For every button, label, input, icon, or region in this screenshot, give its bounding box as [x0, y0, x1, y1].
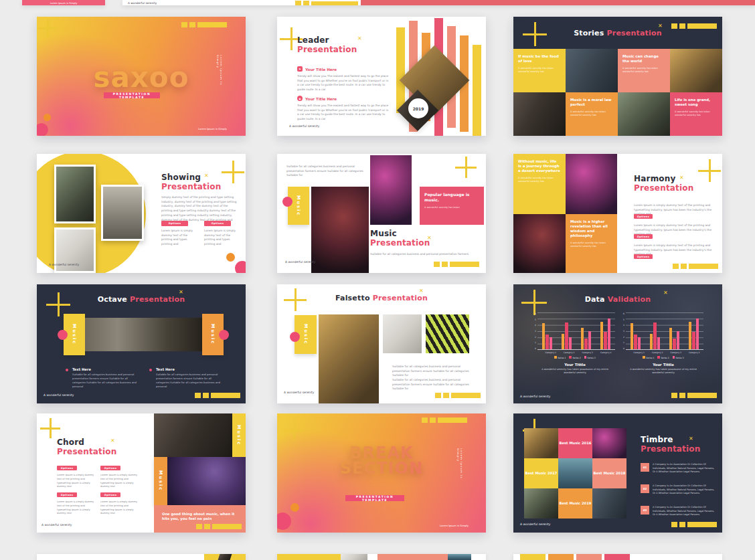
bullet-dot	[66, 369, 68, 371]
slide-music-thumbnail[interactable]: Suitable for all categories business and…	[277, 154, 486, 273]
item-heading: Text Here	[156, 367, 175, 371]
x-deco-icon: ✕	[357, 36, 362, 41]
yellow-square-deco	[520, 554, 546, 560]
title-accent-text: Presentation	[297, 45, 357, 54]
slide-footer: A wonderful serenity	[49, 263, 79, 266]
x-tick-label: Category 1	[545, 351, 556, 354]
slide-data-validation-thumbnail[interactable]: Data Validation ✕ 6543210 Category 1Cate…	[513, 284, 722, 403]
corner-blocks	[671, 393, 717, 398]
photo-placeholder	[592, 428, 626, 458]
options-button-graphic: Options	[57, 492, 77, 497]
legend-key	[569, 356, 572, 359]
title-accent-text: Presentation	[607, 29, 662, 37]
slide-title: Octave Presentation	[37, 295, 246, 304]
item-heading: Text Here	[72, 367, 91, 371]
photo-placeholder	[383, 314, 422, 353]
card-sub: A wonderful serenity has taken wonderful…	[570, 110, 613, 117]
bar-group	[581, 312, 591, 349]
x-deco-icon: ✕	[679, 175, 684, 181]
partial-footer-text: Lorem Ipsum is Simply	[22, 2, 105, 5]
chart-caption: A wonderful serenity has taken possessio…	[627, 368, 699, 376]
slide-timbre-thumbnail[interactable]: Best Music 2016 Best Music 2017 Best Mus…	[513, 413, 722, 533]
slide-chord-thumbnail[interactable]: Chord Presentation ✕ Options Lorem Ipsum…	[37, 413, 246, 533]
y-tick-label: 2	[623, 336, 624, 339]
slide-cover-thumbnail[interactable]: saxoo Presentation template Lorem Ipsum …	[37, 17, 246, 136]
options-button-graphic: Options	[100, 466, 120, 470]
cover-side-text: Lorem Ipsum is Simply	[216, 55, 223, 96]
slide-title: Falsetto Presentation	[277, 294, 486, 302]
item-body: A Company Is An Association Or Collectio…	[653, 463, 717, 474]
title-line2: SECTION	[340, 459, 423, 478]
title-accent-text: Presentation	[641, 444, 701, 454]
music-vertical-tag: Music	[154, 457, 167, 505]
y-tick-label: 4	[535, 324, 536, 326]
template-preview-page: Lorem Ipsum is Simply A wonderful sereni…	[0, 0, 755, 560]
bar	[692, 332, 695, 349]
partial-slide-top-mid[interactable]: A wonderful serenity	[122, 0, 361, 5]
orange-square-deco	[548, 554, 574, 560]
tag-text: Music	[236, 425, 242, 446]
bar	[634, 335, 637, 349]
title-text: Music	[370, 229, 397, 238]
chart-title: Your Tittle	[535, 363, 615, 367]
legend-key	[554, 356, 557, 359]
number-box: 02	[641, 484, 649, 493]
slide-stories-thumbnail[interactable]: Stories Presentation ✕ If music be the f…	[513, 17, 722, 136]
corner-blocks	[671, 522, 717, 527]
card-title: Without music, life is a journey through…	[518, 159, 561, 173]
x-deco-icon: ✕	[658, 23, 663, 29]
x-deco-icon: ✕	[179, 290, 183, 295]
bar-group	[669, 312, 679, 349]
slide-footer: A wonderful serenity	[520, 523, 550, 526]
partial-slide-top-right[interactable]	[361, 0, 755, 5]
slide-break-section-thumbnail[interactable]: BREAK SECTION Presentation template Lore…	[277, 413, 486, 533]
slide-title: Music Presentation	[370, 229, 430, 248]
tag-text: Music	[303, 324, 309, 345]
card-sub: A wonderful serenity has taken wonderful…	[518, 177, 561, 183]
cover-title: saxoo	[37, 61, 246, 94]
plus-icon	[40, 418, 60, 438]
legend-item: Series 3	[673, 356, 684, 359]
slide-octave-thumbnail[interactable]: Octave Presentation ✕ Music Music Text H…	[37, 284, 246, 403]
card-sub: A wonderful serenity has taken wonderful…	[675, 110, 718, 117]
cover-side-text: Lorem Ipsum is Simply	[456, 448, 463, 490]
story-card: Music can change the world A wonderful s…	[618, 49, 670, 92]
plus-icon	[698, 159, 721, 182]
slide-footer: A wonderful serenity	[289, 124, 319, 128]
item-body: Lorem Ipsum is simply dummy text of the …	[57, 474, 96, 489]
photo-placeholder	[592, 488, 626, 519]
bar	[653, 322, 656, 349]
partial-slide-top-left[interactable]: Lorem Ipsum is Simply	[22, 0, 105, 5]
y-tick-label: 5	[623, 318, 624, 321]
slide-falsetto-thumbnail[interactable]: Falsetto Presentation ✕ Music Suitable f…	[277, 284, 486, 403]
item-body: Lorem Ipsum is simply dummy text of the …	[100, 474, 139, 489]
partial-slide-bottom-right[interactable]	[513, 554, 722, 560]
title-text: Chord	[57, 438, 84, 447]
salmon-bar-deco	[378, 554, 448, 560]
corner-blocks	[435, 393, 481, 398]
x-tick-label: Category 2	[652, 351, 663, 354]
tag-text: Music	[210, 324, 216, 345]
bullet-dot	[149, 369, 152, 371]
slide-showing-thumbnail[interactable]: Showing Presentation ✕ Simply dummy text…	[37, 154, 246, 273]
photo-placeholder	[524, 488, 558, 519]
partial-slide-bottom-left[interactable]	[37, 554, 246, 560]
bar	[569, 337, 572, 349]
pink-circle-deco	[290, 332, 300, 342]
legend-key	[643, 356, 645, 359]
slide-harmony-thumbnail[interactable]: Without music, life is a journey through…	[513, 154, 722, 273]
slide-footer: A wonderful serenity	[41, 523, 72, 527]
legend-key	[657, 356, 660, 359]
photo-placeholder	[558, 458, 592, 488]
y-tick-label: 1	[623, 341, 624, 344]
story-card: Life is one grand, sweet song A wonderfu…	[670, 92, 722, 136]
title-text: Octave	[98, 295, 127, 304]
corner-blocks	[422, 417, 467, 423]
slide-leader-thumbnail[interactable]: Leader Presentation ✕ ⚑ Your Title Here …	[277, 17, 486, 136]
corner-blocks	[671, 23, 717, 29]
corner-blocks	[434, 262, 479, 267]
partial-slide-bottom-mid[interactable]	[277, 554, 486, 560]
quote-card: Popular language is music. A wonderful s…	[420, 187, 484, 225]
x-deco-icon: ✕	[204, 173, 209, 179]
number-box: 01	[641, 463, 649, 472]
